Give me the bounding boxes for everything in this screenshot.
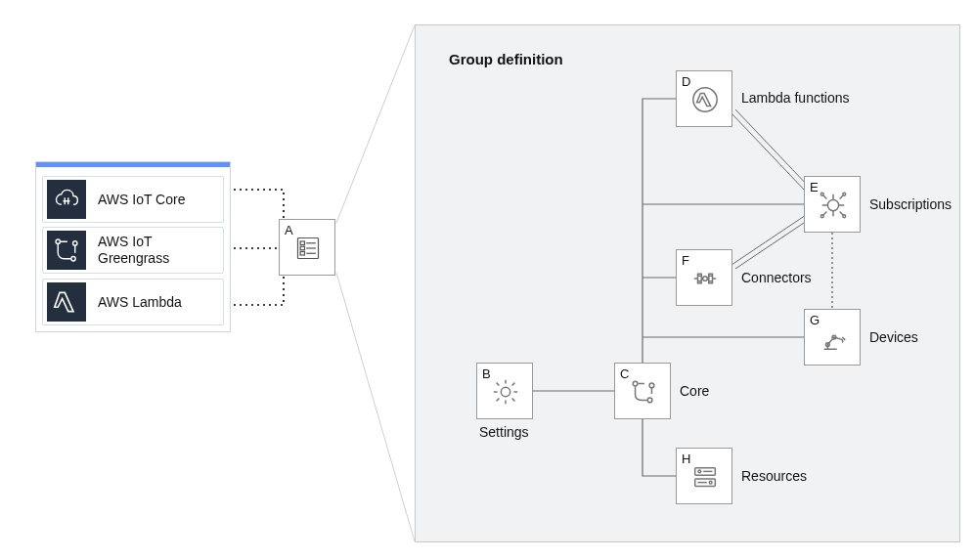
aws-lambda-icon [47, 282, 86, 322]
svg-point-9 [820, 193, 823, 195]
svg-point-11 [820, 215, 823, 218]
node-F-label: Connectors [741, 270, 812, 285]
service-card-iot-greengrass: AWS IoT Greengrass [42, 227, 224, 274]
svg-point-17 [633, 381, 638, 386]
node-letter: B [482, 366, 491, 381]
node-G-label: Devices [869, 329, 918, 345]
svg-point-18 [649, 383, 654, 388]
service-card-iot-core: AWS IoT Core [42, 176, 224, 223]
resources-icon [690, 462, 720, 492]
svg-point-23 [709, 481, 712, 484]
node-letter: C [620, 366, 629, 381]
accent-bar [36, 162, 230, 167]
svg-point-2 [71, 257, 75, 261]
service-label: AWS Lambda [98, 294, 182, 311]
connectors-icon [690, 264, 720, 293]
core-circuit-icon [629, 377, 658, 407]
node-letter: H [682, 452, 690, 466]
node-E-label: Subscriptions [869, 196, 952, 212]
svg-point-7 [693, 88, 717, 111]
svg-point-12 [843, 215, 846, 218]
node-E: E [804, 176, 861, 233]
svg-point-0 [56, 239, 60, 243]
node-B: B [476, 363, 533, 419]
node-D-label: Lambda functions [741, 90, 850, 106]
svg-point-8 [827, 199, 838, 210]
node-A: A [279, 219, 335, 276]
svg-rect-4 [300, 241, 304, 245]
node-F: F [676, 249, 732, 306]
node-G: G [804, 309, 861, 366]
aws-iot-core-icon [47, 180, 86, 219]
node-H-label: Resources [741, 468, 807, 484]
svg-point-1 [73, 241, 77, 245]
node-letter: F [682, 253, 689, 268]
services-panel: AWS IoT Core AWS IoT Greengrass AWS Lamb… [35, 161, 231, 332]
robot-arm-icon [819, 323, 848, 353]
service-label: AWS IoT Core [98, 192, 185, 208]
svg-point-21 [698, 470, 701, 473]
node-letter: A [285, 223, 293, 237]
svg-point-10 [843, 193, 846, 195]
node-letter: D [682, 74, 690, 89]
node-H: H [676, 448, 732, 504]
svg-rect-6 [300, 252, 304, 256]
service-label: AWS IoT Greengrass [98, 234, 169, 267]
svg-rect-5 [300, 246, 304, 250]
svg-point-19 [647, 398, 652, 403]
node-B-label: Settings [479, 424, 529, 440]
service-card-lambda: AWS Lambda [42, 279, 224, 325]
aws-iot-greengrass-icon [47, 231, 86, 270]
config-list-icon [293, 234, 323, 263]
lambda-outline-icon [690, 85, 720, 114]
svg-point-13 [703, 277, 708, 281]
node-C: C [614, 363, 671, 419]
svg-point-16 [501, 387, 510, 396]
node-letter: E [810, 180, 819, 194]
gear-icon [491, 377, 520, 407]
subscriptions-icon [819, 191, 848, 220]
group-title: Group definition [449, 51, 563, 67]
node-D: D [676, 70, 732, 127]
node-C-label: Core [680, 383, 709, 399]
